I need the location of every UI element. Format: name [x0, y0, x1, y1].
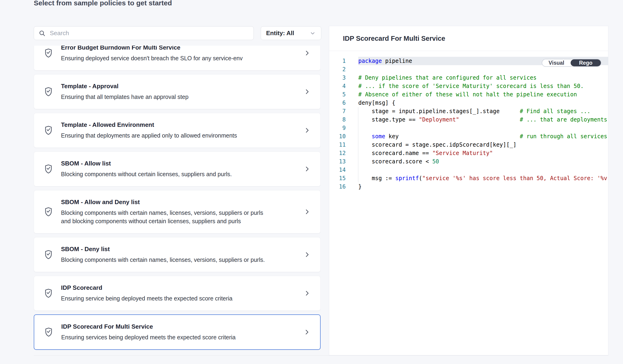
policy-card[interactable]: SBOM - Allow listBlocking components wit…: [34, 151, 321, 186]
chevron-right-icon: [304, 165, 311, 173]
shield-check-icon: [44, 125, 53, 135]
chevron-right-icon: [304, 251, 311, 258]
policy-card-text: IDP Scorecard For Multi ServiceEnsuring …: [61, 323, 236, 342]
code-text: msg := sprintf("service '%s' has score l…: [358, 174, 608, 182]
search-icon: [39, 30, 46, 37]
line-number: 1: [329, 58, 358, 64]
line-number: 16: [329, 183, 358, 190]
sample-policies-page: { "page": { "title": "Select from sample…: [0, 0, 623, 364]
shield-check-icon: [44, 48, 53, 58]
code-line: 4# ... if the score of 'Service Maturity…: [329, 82, 608, 90]
policy-card-text: SBOM - Allow listBlocking components wit…: [61, 160, 232, 178]
line-number: 7: [329, 108, 358, 114]
view-toggle-rego-button[interactable]: Rego: [571, 59, 601, 66]
policy-card-text: Template - ApprovalEnsuring that all tem…: [61, 82, 189, 101]
code-line: 11 scorecard = stage.spec.idpScorecard[k…: [329, 141, 608, 149]
code-line: 16}: [329, 182, 608, 191]
detail-header: IDP Scorecard For Multi Service: [329, 26, 608, 51]
code-line: 7 stage = input.pipeline.stages[_].stage…: [329, 107, 608, 115]
shield-check-icon: [44, 250, 53, 260]
line-number: 15: [329, 175, 358, 182]
policy-description: Ensuring that deployments are applied on…: [61, 131, 237, 140]
code-text: }: [358, 182, 608, 191]
rego-code-editor[interactable]: 1package pipeline23# Deny pipelines that…: [329, 51, 608, 355]
code-text: # Deny pipelines that are configured for…: [358, 74, 608, 82]
shield-check-icon: [44, 327, 53, 337]
policy-card[interactable]: IDP Scorecard For Multi ServiceEnsuring …: [34, 314, 321, 350]
policy-description: Ensuring services being deployed meets t…: [61, 333, 236, 342]
chevron-right-icon: [304, 49, 311, 57]
chevron-right-icon: [304, 289, 311, 297]
entity-filter-dropdown[interactable]: Entity: All: [261, 26, 321, 40]
policy-description: Blocking components with certain names, …: [61, 256, 265, 264]
view-toggle-visual-button[interactable]: Visual: [542, 59, 571, 66]
code-line: 6deny[msg] {: [329, 99, 608, 107]
code-text: deny[msg] {: [358, 99, 608, 107]
policy-list-toolbar: Entity: All: [34, 26, 321, 40]
detail-title: IDP Scorecard For Multi Service: [343, 35, 445, 42]
chevron-down-icon: [310, 30, 316, 37]
code-line: 3# Deny pipelines that are configured fo…: [329, 74, 608, 82]
line-number: 8: [329, 116, 358, 123]
policy-title: Error Budget Burndown For Multi Service: [61, 46, 243, 51]
shield-check-icon: [44, 164, 53, 174]
code-text: [358, 166, 608, 174]
policy-title: SBOM - Allow list: [61, 160, 232, 167]
policy-description: Ensuring that all templates have an appr…: [61, 93, 189, 101]
bottom-divider: [34, 355, 608, 356]
policy-description: Blocking components without certain lice…: [61, 170, 232, 178]
code-text: some key # run through all services: [358, 132, 608, 141]
search-input[interactable]: [49, 29, 249, 37]
line-number: 13: [329, 158, 358, 165]
policy-card[interactable]: Error Budget Burndown For Multi ServiceE…: [34, 46, 321, 70]
policy-detail-panel: IDP Scorecard For Multi Service 1package…: [329, 26, 608, 355]
view-mode-toggle[interactable]: VisualRego: [542, 59, 601, 67]
policy-card-text: Template - Allowed EnvironmentEnsuring t…: [61, 121, 237, 140]
policy-card[interactable]: SBOM - Allow and Deny listBlocking compo…: [34, 190, 321, 234]
line-number: 2: [329, 66, 358, 73]
code-text: [358, 124, 608, 132]
policy-card-text: SBOM - Allow and Deny listBlocking compo…: [61, 198, 272, 225]
policy-title: SBOM - Deny list: [61, 245, 265, 253]
chevron-right-icon: [303, 328, 310, 336]
code-line: 12 scorecard.name == "Service Maturity": [329, 149, 608, 157]
code-text: # ... if the score of 'Service Maturity'…: [358, 82, 608, 90]
policy-title: IDP Scorecard: [61, 284, 233, 291]
search-box[interactable]: [34, 26, 254, 40]
code-text: # Absence of either of these will not ha…: [358, 90, 608, 99]
code-line: 10 some key # run through all services: [329, 132, 608, 141]
line-number: 6: [329, 100, 358, 106]
chevron-right-icon: [304, 208, 311, 216]
policy-list-viewport[interactable]: Error Budget Burndown For Multi ServiceE…: [34, 46, 321, 355]
code-text: scorecard.name == "Service Maturity": [358, 149, 608, 157]
line-number: 14: [329, 167, 358, 173]
policy-card[interactable]: SBOM - Deny listBlocking components with…: [34, 237, 321, 272]
policy-description: Ensuring service being deployed meets th…: [61, 294, 233, 302]
policy-list: Error Budget Burndown For Multi ServiceE…: [34, 46, 321, 350]
policy-card-text: Error Budget Burndown For Multi ServiceE…: [61, 46, 243, 62]
code-line: 15 msg := sprintf("service '%s' has scor…: [329, 174, 608, 182]
shield-check-icon: [44, 288, 53, 298]
policy-card[interactable]: Template - Allowed EnvironmentEnsuring t…: [34, 113, 321, 148]
line-number: 3: [329, 74, 358, 81]
policy-title: Template - Approval: [61, 82, 189, 90]
code-line: 14: [329, 166, 608, 174]
policy-card[interactable]: IDP ScorecardEnsuring service being depl…: [34, 276, 321, 311]
line-number: 10: [329, 133, 358, 140]
policy-title: Template - Allowed Environment: [61, 121, 237, 128]
policy-card[interactable]: Template - ApprovalEnsuring that all tem…: [34, 74, 321, 109]
policy-title: SBOM - Allow and Deny list: [61, 198, 272, 206]
indent-guide: [358, 107, 358, 182]
shield-check-icon: [44, 207, 53, 217]
policy-card-text: IDP ScorecardEnsuring service being depl…: [61, 284, 233, 302]
policy-card-text: SBOM - Deny listBlocking components with…: [61, 245, 265, 264]
chevron-right-icon: [304, 126, 311, 134]
line-number: 4: [329, 83, 358, 89]
line-number: 5: [329, 91, 358, 98]
entity-filter-label: Entity: All: [266, 30, 294, 37]
code-line: 5# Absence of either of these will not h…: [329, 90, 608, 99]
policy-description: Ensuring deployed service doesn't breach…: [61, 54, 243, 62]
code-text: stage = input.pipeline.stages[_].stage #…: [358, 107, 608, 115]
code-text: scorecard.score < 50: [358, 157, 608, 166]
code-text: stage.type == "Deployment" # ... that ar…: [358, 115, 608, 124]
